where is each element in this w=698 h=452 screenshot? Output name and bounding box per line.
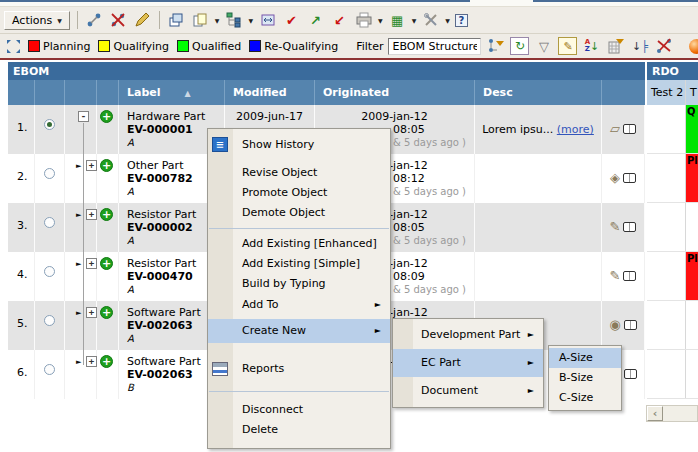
more-link[interactable]: (more) — [557, 123, 594, 136]
add-child-icon[interactable]: + — [100, 159, 113, 172]
sort-asc-icon[interactable]: ▲ — [184, 89, 190, 98]
add-cell: + — [97, 252, 119, 301]
menu-item-ec-part[interactable]: EC Part ► — [393, 349, 543, 377]
swap-window-icon[interactable] — [258, 11, 277, 29]
chevron-down-icon[interactable]: ▼ — [215, 17, 220, 24]
orig-date: 2009-jan-12 — [315, 110, 474, 123]
submenu-arrow-icon: ► — [528, 321, 534, 349]
chevron-down-icon[interactable]: ▼ — [248, 17, 253, 24]
radio-unselected[interactable] — [44, 168, 55, 179]
add-child-icon[interactable]: + — [100, 355, 113, 368]
header-desc[interactable]: Desc — [475, 80, 602, 105]
part-type-icon[interactable]: ◈ — [610, 171, 620, 203]
table-title: EBOM — [8, 62, 645, 80]
part-type-icon[interactable]: ✎ — [610, 269, 621, 301]
menu-item-label: Disconnect — [242, 403, 303, 416]
row-number: 2. — [8, 154, 35, 203]
menu-item-a-size[interactable]: A-Size — [549, 348, 621, 368]
row-number: 3. — [8, 203, 35, 252]
add-child-icon[interactable]: + — [100, 257, 113, 270]
radio-unselected[interactable] — [44, 266, 55, 277]
menu-item-document[interactable]: Document ► — [393, 377, 543, 405]
help-icon[interactable]: ? — [455, 14, 468, 27]
disconnect-icon[interactable] — [109, 11, 128, 29]
expand-toggle-icon[interactable]: + — [86, 209, 97, 220]
expand-all-icon[interactable] — [4, 37, 23, 55]
chevron-down-icon[interactable]: ▼ — [445, 17, 450, 24]
expand-toggle-icon[interactable]: + — [86, 356, 97, 367]
edit-icon[interactable] — [133, 11, 152, 29]
tools-icon[interactable] — [421, 11, 440, 29]
disconnect-structure-icon[interactable] — [654, 37, 673, 55]
menu-item-build-by-typing[interactable]: Build by Typing — [208, 274, 390, 294]
window-icon[interactable] — [167, 11, 186, 29]
status-sphere-icon[interactable] — [689, 39, 698, 54]
demote-arrow-icon[interactable]: ↙ — [330, 11, 349, 29]
menu-item-delete[interactable]: Delete — [208, 420, 390, 440]
scroll-left-icon[interactable]: ‹ — [647, 406, 663, 421]
collapse-toggle-icon[interactable]: - — [78, 111, 89, 122]
filter-table-icon[interactable] — [606, 37, 625, 55]
add-child-icon[interactable]: + — [100, 306, 113, 319]
expand-toggle-icon[interactable]: + — [86, 258, 97, 269]
menu-item-c-size[interactable]: C-Size — [549, 388, 621, 408]
menu-item-add-to[interactable]: Add To ► — [208, 294, 390, 316]
chevron-down-icon[interactable]: ▼ — [412, 17, 417, 24]
menu-separator — [209, 228, 389, 229]
menu-item-add-existing-simple[interactable]: Add Existing [Simple] — [208, 254, 390, 274]
chevron-down-icon[interactable]: ▼ — [378, 17, 383, 24]
expand-toggle-icon[interactable]: + — [86, 307, 97, 318]
book-icon[interactable] — [624, 320, 637, 330]
edit-note-icon[interactable]: ✎ — [558, 37, 577, 55]
filter-funnel-icon[interactable]: ▽ — [534, 37, 553, 55]
book-icon[interactable] — [623, 124, 636, 134]
paste-structure-icon[interactable] — [224, 11, 243, 29]
book-icon[interactable] — [623, 173, 636, 183]
sort-structure-icon[interactable]: ↓╞ — [630, 37, 649, 55]
radio-unselected[interactable] — [44, 217, 55, 228]
create-new-submenu: Development Part ► EC Part ► Document ► — [392, 318, 544, 408]
add-child-icon[interactable]: + — [100, 208, 113, 221]
expand-toggle-icon[interactable]: + — [86, 160, 97, 171]
approve-check-icon[interactable]: ✔ — [282, 11, 301, 29]
radio-unselected[interactable] — [44, 315, 55, 326]
header-modified[interactable]: Modified — [225, 80, 315, 105]
menu-item-revise-object[interactable]: Revise Object — [208, 163, 390, 183]
header-label[interactable]: Label ▲ — [119, 80, 225, 105]
part-type-icon[interactable]: ✎ — [610, 220, 621, 252]
header-test2[interactable]: Test 2 — [647, 80, 686, 105]
radio-selected[interactable] — [44, 119, 55, 130]
book-icon[interactable] — [623, 271, 636, 281]
menu-item-development-part[interactable]: Development Part ► — [393, 321, 543, 349]
header-originated[interactable]: Originated — [315, 80, 475, 105]
tree-cell: ► + — [65, 154, 97, 203]
refresh-icon[interactable]: ↻ — [510, 37, 529, 55]
print-icon[interactable] — [354, 11, 373, 29]
menu-item-show-history[interactable]: ≡ Show History — [208, 133, 390, 157]
horizontal-scrollbar[interactable]: ‹ — [646, 405, 698, 422]
menu-item-disconnect[interactable]: Disconnect — [208, 400, 390, 420]
menu-item-demote-object[interactable]: Demote Object — [208, 203, 390, 223]
filter-input[interactable] — [388, 38, 481, 55]
menu-item-reports[interactable]: Reports — [208, 356, 390, 382]
radio-unselected[interactable] — [44, 364, 55, 375]
connect-icon[interactable] — [85, 11, 104, 29]
reports-icon — [212, 362, 228, 376]
menu-item-promote-object[interactable]: Promote Object — [208, 183, 390, 203]
actions-menu-button[interactable]: Actions ▼ — [4, 11, 70, 30]
header-clipped[interactable]: T — [686, 80, 698, 105]
copy-icon[interactable] — [191, 11, 210, 29]
add-child-icon[interactable]: + — [100, 110, 113, 123]
menu-item-create-new[interactable]: Create New ► — [208, 319, 390, 343]
book-icon[interactable] — [623, 222, 636, 232]
promote-arrow-icon[interactable]: ↗ — [306, 11, 325, 29]
sort-az-icon[interactable]: AZ ↓ — [582, 37, 601, 55]
toolbar-separator — [159, 11, 160, 29]
export-table-icon[interactable]: ▦ — [388, 11, 407, 29]
menu-item-add-existing-enhanced[interactable]: Add Existing [Enhanced] — [208, 234, 390, 254]
table-row — [647, 203, 698, 252]
book-icon[interactable] — [624, 369, 637, 379]
menu-item-b-size[interactable]: B-Size — [549, 368, 621, 388]
filter-structure-icon[interactable] — [486, 37, 505, 55]
part-type-icon[interactable]: ▱ — [610, 122, 620, 154]
